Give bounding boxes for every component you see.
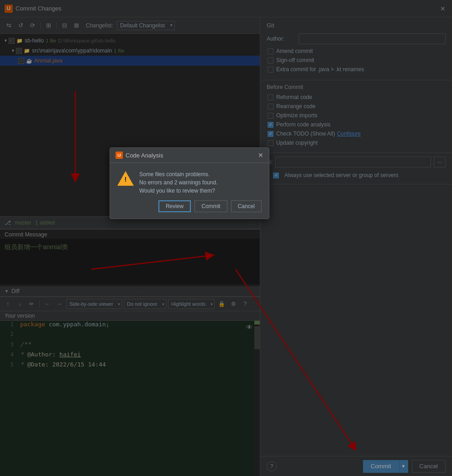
warning-icon: ! — [117, 170, 134, 187]
dialog-overlay: IJ Code Analysis ✕ ! Some files contain … — [0, 0, 452, 476]
dialog-body: ! Some files contain problems. No errors… — [110, 163, 269, 200]
dialog-icon: IJ — [116, 152, 123, 159]
dialog-cancel-button[interactable]: Cancel — [231, 200, 262, 212]
dialog-msg-1: Some files contain problems. — [139, 170, 217, 178]
review-button[interactable]: Review — [158, 200, 191, 212]
dialog-titlebar: IJ Code Analysis ✕ — [110, 148, 269, 163]
dialog-msg-2: No errors and 2 warnings found. — [139, 178, 217, 187]
dialog-commit-button[interactable]: Commit — [194, 200, 227, 212]
dialog-title: Code Analysis — [126, 152, 255, 159]
dialog-msg-3: Would you like to review them? — [139, 187, 217, 195]
code-analysis-dialog: IJ Code Analysis ✕ ! Some files contain … — [110, 147, 269, 219]
dialog-buttons: Review Commit Cancel — [110, 200, 269, 219]
dialog-message: Some files contain problems. No errors a… — [139, 170, 217, 195]
dialog-close-button[interactable]: ✕ — [258, 152, 263, 159]
